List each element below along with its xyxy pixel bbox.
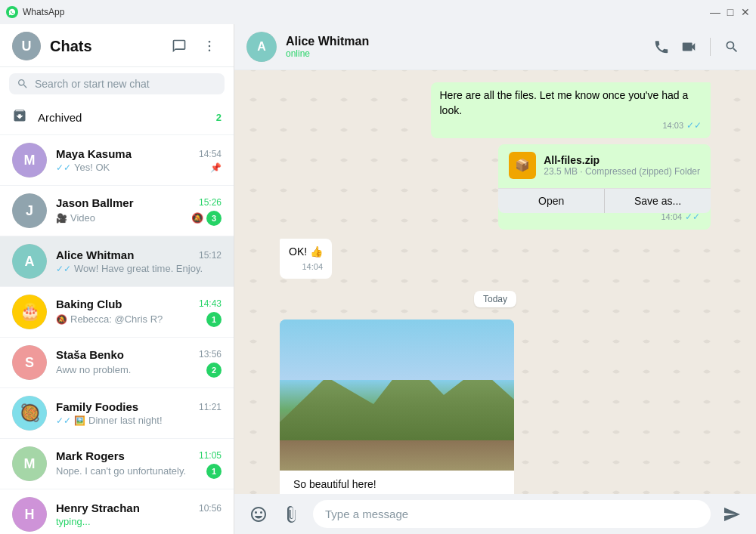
close-button[interactable]: ✕: [741, 8, 750, 17]
chat-name-baking: Baking Club: [56, 298, 122, 310]
more-options-button[interactable]: [197, 34, 222, 58]
file-name: All-files.zip: [544, 154, 700, 166]
chat-time-alice: 15:12: [199, 250, 222, 261]
pin-icon-maya: 📌: [210, 162, 222, 173]
chat-time-family: 11:21: [199, 402, 222, 412]
mountain-image: [280, 319, 514, 471]
chat-info-baking: Baking Club 14:43 🔕 Rebecca: @Chris R? 1: [56, 298, 222, 327]
call-button[interactable]: [649, 35, 674, 59]
svg-point-1: [209, 45, 211, 48]
chat-preview-jason: 🎥 Video: [56, 212, 191, 224]
chat-item-alice[interactable]: A Alice Whitman 15:12 ✓✓ Wow! Have great…: [0, 236, 234, 287]
contact-info: Alice Whitman online: [286, 35, 640, 59]
unread-badge-stasa: 2: [206, 363, 222, 378]
chat-preview-henry: typing...: [56, 516, 222, 527]
msg-tick-2: ✓✓: [685, 211, 700, 222]
message-3: OK! 👍 14:04: [280, 239, 711, 279]
video-call-button[interactable]: [677, 35, 701, 59]
archived-count: 2: [216, 112, 222, 123]
archived-row[interactable]: Archived 2: [0, 100, 234, 135]
avatar-henry: H: [12, 497, 47, 532]
input-bar: [234, 494, 756, 534]
chat-item-mark[interactable]: M Mark Rogers 11:05 Nope. I can't go unf…: [0, 439, 234, 489]
msg-tick-1: ✓✓: [686, 119, 702, 132]
chat-info-family: Family Foodies 11:21 ✓✓ 🖼️ Dinner last n…: [56, 400, 222, 426]
file-actions: Open Save as...: [498, 188, 711, 213]
chat-area: A Alice Whitman online: [234, 24, 756, 534]
chat-item-family[interactable]: 🥘 Family Foodies 11:21 ✓✓ 🖼️ Dinner last…: [0, 388, 234, 439]
window-controls: — □ ✕: [711, 8, 750, 17]
msg-time-2: 14:04: [661, 212, 682, 221]
chat-info-mark: Mark Rogers 11:05 Nope. I can't go unfor…: [56, 449, 222, 479]
chat-name-jason: Jason Ballmer: [56, 196, 134, 209]
file-icon: 📦: [509, 152, 536, 179]
sidebar-title: Chats: [50, 38, 92, 55]
chat-item-baking[interactable]: 🎂 Baking Club 14:43 🔕 Rebecca: @Chris R?…: [0, 287, 234, 338]
tick-maya: ✓✓: [56, 162, 71, 173]
chat-info-jason: Jason Ballmer 15:26 🎥 Video 🔕 3: [56, 196, 222, 226]
avatar-maya: M: [12, 143, 47, 177]
unread-badge-mark: 1: [206, 464, 222, 479]
new-chat-button[interactable]: [167, 34, 191, 58]
chat-preview-baking: 🔕 Rebecca: @Chris R?: [56, 313, 206, 325]
avatar-alice: A: [12, 244, 47, 279]
open-button[interactable]: Open: [498, 189, 604, 213]
unread-badge-jason: 3: [206, 211, 222, 226]
msg-time-3: 14:04: [302, 261, 323, 273]
attach-button[interactable]: [280, 502, 304, 526]
avatar-baking: 🎂: [12, 295, 47, 329]
svg-point-0: [209, 41, 211, 43]
avatar-stasa: S: [12, 345, 47, 380]
chat-info-maya: Maya Kasuma 14:54 ✓✓ Yes! OK 📌: [56, 147, 222, 173]
messages-area: Here are all the files. Let me know once…: [234, 70, 756, 494]
header-divider: [710, 38, 711, 56]
emoji-button[interactable]: [246, 502, 271, 526]
chat-name-henry: Henry Strachan: [56, 502, 140, 514]
contact-status: online: [286, 48, 640, 59]
search-icon: [17, 78, 29, 90]
message-1: Here are all the files. Let me know once…: [280, 82, 711, 138]
img-caption-4: So beautiful here!: [287, 475, 507, 492]
chat-name-mark: Mark Rogers: [56, 449, 125, 462]
unread-badge-baking: 1: [206, 312, 222, 327]
contact-avatar[interactable]: A: [246, 32, 277, 62]
message-input[interactable]: [313, 500, 711, 528]
tick-alice: ✓✓: [56, 264, 71, 274]
search-input[interactable]: [35, 78, 217, 90]
maximize-button[interactable]: □: [726, 8, 735, 17]
save-as-button[interactable]: Save as...: [604, 189, 711, 213]
chat-header: A Alice Whitman online: [234, 24, 756, 70]
avatar-family: 🥘: [12, 396, 47, 431]
chat-item-henry[interactable]: H Henry Strachan 10:56 typing...: [0, 489, 234, 534]
chat-info-henry: Henry Strachan 10:56 typing...: [56, 502, 222, 527]
chat-name-maya: Maya Kasuma: [56, 147, 132, 160]
chat-time-mark: 11:05: [199, 450, 222, 461]
img-bubble-4: So beautiful here! 15:06: [280, 319, 514, 494]
file-size: 23.5 MB · Compressed (zipped) Folder: [544, 166, 700, 177]
chat-header-actions: [649, 35, 744, 59]
chat-name-alice: Alice Whitman: [56, 248, 134, 261]
user-avatar[interactable]: U: [12, 32, 41, 60]
chat-item-jason[interactable]: J Jason Ballmer 15:26 🎥 Video 🔕 3: [0, 186, 234, 236]
file-bubble-2: 📦 All-files.zip 23.5 MB · Compressed (zi…: [498, 144, 711, 230]
chat-info-stasa: Staša Benko 13:56 Aww no problem. 2: [56, 348, 222, 378]
main-layout: U Chats Arc: [0, 24, 756, 534]
muted-icon-jason: 🔕: [191, 212, 203, 224]
chat-preview-family: ✓✓ 🖼️ Dinner last night!: [56, 415, 222, 426]
app-logo: [6, 6, 18, 18]
chat-item-maya[interactable]: M Maya Kasuma 14:54 ✓✓ Yes! OK 📌: [0, 135, 234, 186]
chat-name-family: Family Foodies: [56, 400, 138, 413]
message-2: 📦 All-files.zip 23.5 MB · Compressed (zi…: [280, 144, 711, 230]
titlebar: WhatsApp — □ ✕: [0, 0, 756, 24]
avatar-mark: M: [12, 446, 47, 481]
avatar-jason: J: [12, 193, 47, 228]
chat-item-stasa[interactable]: S Staša Benko 13:56 Aww no problem. 2: [0, 338, 234, 388]
search-messages-button[interactable]: [720, 35, 744, 59]
archived-label: Archived: [38, 111, 206, 124]
search-input-wrap: [9, 73, 225, 94]
send-button[interactable]: [720, 502, 744, 526]
minimize-button[interactable]: —: [711, 8, 720, 17]
msg-bubble-3: OK! 👍 14:04: [280, 239, 332, 279]
titlebar-left: WhatsApp: [6, 6, 64, 18]
chat-preview-maya: ✓✓ Yes! OK: [56, 162, 210, 173]
